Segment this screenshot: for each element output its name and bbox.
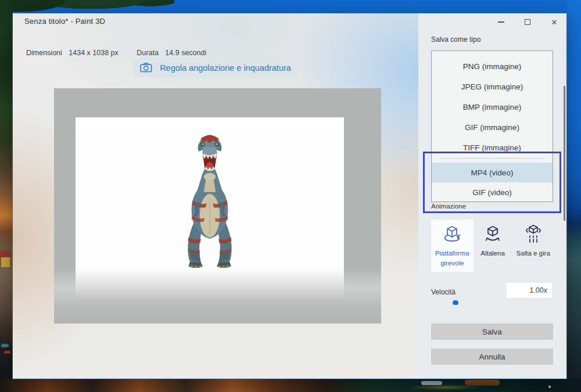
speed-slider-thumb[interactable] [453, 300, 458, 305]
format-option-png[interactable]: PNG (immagine) [432, 56, 553, 77]
format-option-tiff[interactable]: TIFF (immagine) [432, 138, 553, 158]
swing-icon [482, 224, 503, 246]
adjust-angle-framing-button[interactable]: Regola angolazione e inquadratura [134, 58, 297, 77]
wallpaper-boat [4, 351, 10, 354]
animation-section-label: Animazione [431, 203, 466, 210]
maximize-icon [525, 19, 530, 25]
speed-value-field[interactable]: 1.00x [507, 283, 552, 298]
wallpaper-boat [1, 344, 9, 347]
format-option-mp4-video[interactable]: MP4 (video) [432, 163, 553, 182]
animation-option-label: Piattaforma girevole [431, 249, 474, 268]
animation-options: Piattaforma girevole Altalena [431, 220, 554, 272]
screen: Senza titolo* - Paint 3D Dimensioni 1434… [0, 0, 581, 392]
wallpaper-boat [421, 381, 442, 385]
wallpaper-house-roof [0, 251, 10, 257]
animation-option-label: Salta e gira [517, 249, 550, 258]
desktop-wallpaper-right [566, 0, 581, 392]
format-option-jpeg[interactable]: JPEG (immagine) [432, 77, 553, 97]
wallpaper-house [1, 257, 10, 267]
maximize-button[interactable] [522, 17, 533, 27]
animation-option-swing[interactable]: Altalena [476, 220, 510, 272]
format-option-gif-image[interactable]: GIF (immagine) [432, 117, 553, 138]
duration-label: Durata [137, 49, 159, 57]
save-options-panel: ✕ Salva come tipo PNG (immagine) JPEG (i… [418, 13, 566, 379]
speed-label: Velocità [431, 288, 456, 296]
wallpaper-boat [465, 380, 500, 386]
close-icon: ✕ [551, 19, 558, 26]
desktop-wallpaper-bottom [0, 379, 581, 392]
animation-option-label: Altalena [480, 249, 505, 258]
wallpaper-trees [0, 0, 174, 13]
file-format-listbox: PNG (immagine) JPEG (immagine) BMP (imma… [431, 51, 553, 202]
dimensions-label: Dimensioni [26, 49, 62, 57]
canvas-workspace [54, 88, 381, 323]
format-option-bmp[interactable]: BMP (immagine) [432, 97, 553, 117]
save-button[interactable]: Salva [431, 323, 553, 340]
cancel-button[interactable]: Annulla [431, 348, 553, 365]
video-preview-canvas [76, 117, 344, 297]
format-option-gif-video[interactable]: GIF (video) [432, 182, 553, 202]
duration-value: 14.9 secondi [165, 49, 206, 57]
minimize-icon [498, 21, 504, 23]
dinosaur-model [170, 132, 249, 269]
animation-option-turntable[interactable]: Piattaforma girevole [431, 220, 474, 272]
paint3d-window: Senza titolo* - Paint 3D Dimensioni 1434… [13, 13, 566, 379]
close-button[interactable]: ✕ [549, 17, 560, 27]
window-controls: ✕ [496, 17, 560, 27]
adjust-button-label: Regola angolazione e inquadratura [160, 63, 291, 73]
desktop-wallpaper-top [0, 0, 581, 13]
dimensions-value: 1434 x 1038 px [69, 49, 119, 57]
window-title: Senza titolo* - Paint 3D [24, 17, 105, 26]
animation-option-jump-spin[interactable]: Salta e gira [512, 220, 554, 272]
save-as-type-label: Salva come tipo [431, 35, 480, 44]
camera-icon [140, 63, 152, 73]
wallpaper-buoy [548, 386, 551, 388]
minimize-button[interactable] [496, 17, 506, 27]
jump-spin-icon [523, 224, 544, 246]
list-spacer [432, 159, 553, 163]
turntable-icon [442, 224, 462, 246]
video-info-line: Dimensioni 1434 x 1038 px Durata 14.9 se… [26, 49, 206, 57]
panel-scrollbar[interactable] [564, 86, 565, 221]
main-preview-area: Senza titolo* - Paint 3D Dimensioni 1434… [13, 13, 418, 379]
desktop-wallpaper-left [0, 0, 13, 392]
